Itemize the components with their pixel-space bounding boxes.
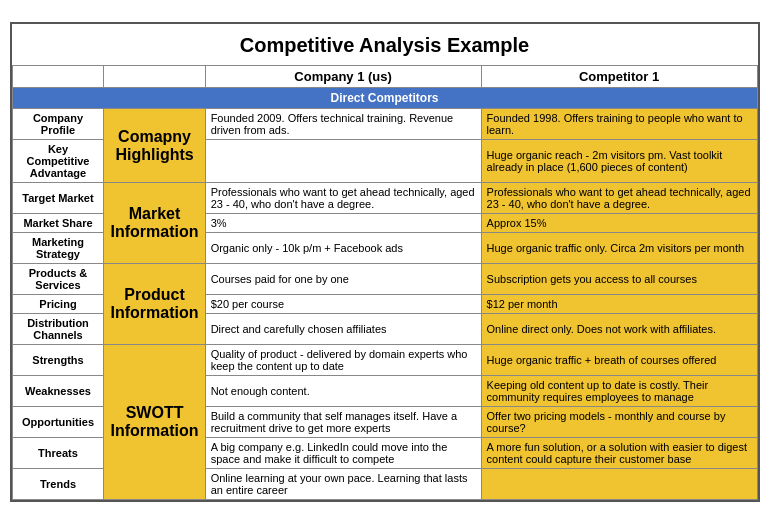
group-label: Market Information xyxy=(104,183,205,264)
competitor1-cell: A more fun solution, or a solution with … xyxy=(481,438,757,469)
company1-cell: Online learning at your own pace. Learni… xyxy=(205,469,481,500)
header-company1: Company 1 (us) xyxy=(205,66,481,88)
direct-competitors-label: Direct Competitors xyxy=(12,88,757,109)
competitor1-cell: Huge organic traffic only. Circa 2m visi… xyxy=(481,233,757,264)
company1-cell: A big company e.g. LinkedIn could move i… xyxy=(205,438,481,469)
table-row: StrengthsSWOTT InformationQuality of pro… xyxy=(12,345,757,376)
company1-cell: $20 per course xyxy=(205,295,481,314)
company1-cell: Build a community that self manages itse… xyxy=(205,407,481,438)
header-col-empty1 xyxy=(12,66,104,88)
category-label: Marketing Strategy xyxy=(12,233,104,264)
category-label: Key Competitive Advantage xyxy=(12,140,104,183)
competitor1-cell xyxy=(481,469,757,500)
company1-cell: Founded 2009. Offers technical training.… xyxy=(205,109,481,140)
header-competitor1: Competitor 1 xyxy=(481,66,757,88)
category-label: Target Market xyxy=(12,183,104,214)
competitor1-cell: Subscription gets you access to all cour… xyxy=(481,264,757,295)
competitor1-cell: Founded 1998. Offers training to people … xyxy=(481,109,757,140)
competitor1-cell: Online direct only. Does not work with a… xyxy=(481,314,757,345)
category-label: Pricing xyxy=(12,295,104,314)
header-col-empty2 xyxy=(104,66,205,88)
company1-cell: Courses paid for one by one xyxy=(205,264,481,295)
competitor1-cell: Professionals who want to get ahead tech… xyxy=(481,183,757,214)
competitor1-cell: Huge organic traffic + breath of courses… xyxy=(481,345,757,376)
direct-competitors-row: Direct Competitors xyxy=(12,88,757,109)
header-row: Company 1 (us) Competitor 1 xyxy=(12,66,757,88)
category-label: Opportunities xyxy=(12,407,104,438)
company1-cell: Direct and carefully chosen affiliates xyxy=(205,314,481,345)
group-label: Comapny Highlights xyxy=(104,109,205,183)
competitor1-cell: Huge organic reach - 2m visitors pm. Vas… xyxy=(481,140,757,183)
category-label: Company Profile xyxy=(12,109,104,140)
table-row: Products & ServicesProduct InformationCo… xyxy=(12,264,757,295)
category-label: Products & Services xyxy=(12,264,104,295)
group-label: Product Information xyxy=(104,264,205,345)
company1-cell: Not enough content. xyxy=(205,376,481,407)
competitor1-cell: $12 per month xyxy=(481,295,757,314)
page-title: Competitive Analysis Example xyxy=(12,24,758,65)
category-label: Threats xyxy=(12,438,104,469)
category-label: Market Share xyxy=(12,214,104,233)
category-label: Trends xyxy=(12,469,104,500)
company1-cell: Quality of product - delivered by domain… xyxy=(205,345,481,376)
category-label: Strengths xyxy=(12,345,104,376)
group-label: SWOTT Information xyxy=(104,345,205,500)
table-row: Target MarketMarket InformationProfessio… xyxy=(12,183,757,214)
competitor1-cell: Keeping old content up to date is costly… xyxy=(481,376,757,407)
company1-cell: 3% xyxy=(205,214,481,233)
category-label: Weaknesses xyxy=(12,376,104,407)
competitor1-cell: Offer two pricing models - monthly and c… xyxy=(481,407,757,438)
company1-cell: Professionals who want to get ahead tech… xyxy=(205,183,481,214)
company1-cell: Organic only - 10k p/m + Facebook ads xyxy=(205,233,481,264)
company1-cell xyxy=(205,140,481,183)
table-row: Company ProfileComapny HighlightsFounded… xyxy=(12,109,757,140)
competitor1-cell: Approx 15% xyxy=(481,214,757,233)
category-label: Distribution Channels xyxy=(12,314,104,345)
